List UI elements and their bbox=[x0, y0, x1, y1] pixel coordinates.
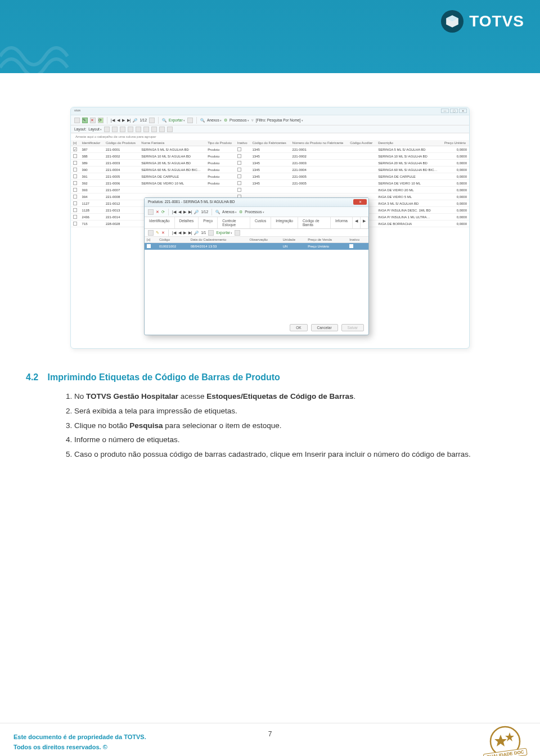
modal-tab[interactable]: Custos bbox=[250, 217, 271, 228]
export-excel-icon[interactable] bbox=[187, 118, 193, 123]
modal-sub-new-icon[interactable] bbox=[148, 230, 154, 236]
modal-tab[interactable]: Controle Estoque bbox=[218, 217, 250, 228]
col-icon-9[interactable] bbox=[167, 127, 173, 132]
grid-col[interactable]: Descrição bbox=[376, 140, 442, 146]
modal-sub-next-icon[interactable]: ▶ bbox=[183, 231, 186, 235]
modal-nav-next-icon[interactable]: ▶ bbox=[183, 210, 186, 214]
modal-grid-col[interactable]: Preço de Venda bbox=[305, 237, 347, 243]
row-checkbox[interactable] bbox=[73, 215, 77, 219]
filter-label[interactable]: [Filtro: Pesquisa Por Nome] bbox=[256, 118, 303, 122]
modal-tab[interactable]: Código de Barras bbox=[298, 217, 331, 228]
modal-sub-edit-icon[interactable]: ✎ bbox=[156, 231, 159, 235]
modal-refresh-icon[interactable]: ⟳ bbox=[161, 210, 165, 214]
row-checkbox[interactable] bbox=[73, 168, 77, 172]
row-checkbox[interactable] bbox=[73, 147, 77, 151]
modal-sub-excel-icon[interactable] bbox=[235, 230, 240, 236]
modal-tab[interactable]: Preço bbox=[199, 217, 218, 228]
grid-col[interactable]: Código do Produtos bbox=[104, 140, 139, 146]
modal-tab[interactable]: Integração bbox=[271, 217, 298, 228]
refresh-icon[interactable]: ⟳ bbox=[98, 118, 104, 123]
modal-sub-grid-icon[interactable] bbox=[208, 230, 214, 236]
grid-icon[interactable] bbox=[149, 118, 155, 123]
filter-icon[interactable]: ▿ bbox=[251, 118, 254, 123]
modal-sub-export-dd[interactable]: Exportar bbox=[216, 231, 232, 235]
anexos-dropdown[interactable]: Anexos bbox=[207, 118, 222, 122]
col-icon-1[interactable] bbox=[104, 127, 110, 132]
grid-col[interactable]: Inativo bbox=[235, 140, 250, 146]
win-max-button[interactable]: ▢ bbox=[450, 109, 458, 113]
grid-col[interactable]: Preço Unitário bbox=[442, 140, 469, 146]
processos-dropdown[interactable]: Processos bbox=[230, 118, 249, 122]
inactive-checkbox[interactable] bbox=[237, 188, 241, 192]
layout-dropdown[interactable]: Layout bbox=[88, 127, 102, 131]
col-icon-5[interactable] bbox=[136, 127, 141, 132]
modal-gear-icon[interactable]: ⚙ bbox=[239, 210, 242, 214]
modal-close-button[interactable]: ✕ bbox=[353, 199, 367, 205]
inactive-checkbox[interactable] bbox=[237, 154, 241, 158]
row-checkbox[interactable] bbox=[73, 161, 77, 165]
table-row[interactable]: 389221-0003SERINGA 20 ML S/ AGULHA BDPro… bbox=[71, 160, 469, 166]
modal-grid-col[interactable]: Código bbox=[157, 237, 188, 243]
modal-processos-dd[interactable]: Processos bbox=[245, 210, 264, 214]
col-icon-8[interactable] bbox=[159, 127, 165, 132]
row-checkbox[interactable] bbox=[73, 174, 77, 178]
inactive-checkbox[interactable] bbox=[237, 161, 241, 165]
inactive-checkbox[interactable] bbox=[237, 181, 241, 185]
col-icon-6[interactable] bbox=[143, 127, 149, 132]
modal-sub-first-icon[interactable]: |◀ bbox=[172, 231, 176, 235]
modal-nav-last-icon[interactable]: ▶| bbox=[188, 210, 192, 214]
modal-grid-row[interactable]: 01002100208/04/2014 13:53UNPreço Unitári… bbox=[145, 243, 368, 250]
delete-icon[interactable]: ✕ bbox=[90, 118, 96, 123]
grid-col[interactable]: Nome Fantasia bbox=[139, 140, 205, 146]
process-icon[interactable]: ⚙ bbox=[224, 118, 227, 123]
nav-find-icon[interactable]: 🔎 bbox=[133, 118, 137, 123]
modal-grid-col[interactable]: Observação bbox=[248, 237, 281, 243]
grid-col[interactable]: Identificador bbox=[80, 140, 104, 146]
table-row[interactable]: 387221-0001SERINGA 5 ML S/ AGULHA BDProd… bbox=[71, 146, 469, 153]
save-button[interactable]: Salvar bbox=[341, 324, 364, 331]
modal-search-icon[interactable]: 🔍 bbox=[215, 210, 220, 214]
col-icon-4[interactable] bbox=[128, 127, 133, 132]
nav-prev-icon[interactable]: ◀ bbox=[117, 118, 120, 123]
modal-grid-col[interactable]: [x] bbox=[145, 237, 157, 243]
inactive-checkbox[interactable] bbox=[237, 147, 241, 151]
mrow-checkbox[interactable] bbox=[147, 244, 151, 248]
export-dropdown[interactable]: Exportar bbox=[169, 118, 185, 122]
grid-col[interactable]: [x] bbox=[71, 140, 80, 146]
col-icon-7[interactable] bbox=[151, 127, 157, 132]
win-close-button[interactable]: ✕ bbox=[459, 109, 467, 113]
row-checkbox[interactable] bbox=[73, 222, 77, 226]
inactive-checkbox[interactable] bbox=[237, 174, 241, 178]
modal-nav-first-icon[interactable]: |◀ bbox=[172, 210, 176, 214]
row-checkbox[interactable] bbox=[73, 208, 77, 212]
edit-icon[interactable]: ✎ bbox=[82, 118, 88, 123]
grid-col[interactable]: Número do Produto no Fabricante bbox=[290, 140, 348, 146]
cancel-button[interactable]: Cancelar bbox=[311, 324, 338, 331]
modal-tab[interactable]: Informa bbox=[331, 217, 353, 228]
nav-first-icon[interactable]: |◀ bbox=[111, 118, 115, 123]
row-checkbox[interactable] bbox=[73, 181, 77, 185]
modal-anexos-dd[interactable]: Anexos bbox=[222, 210, 237, 214]
modal-grid-col[interactable]: Data do Cadastramento bbox=[188, 237, 248, 243]
grid-col[interactable]: Código Auxiliar bbox=[348, 140, 376, 146]
tab-scroll-icon[interactable]: ▶ bbox=[361, 217, 368, 228]
nav-next-icon[interactable]: ▶ bbox=[122, 118, 125, 123]
mrow-inactive-checkbox[interactable] bbox=[349, 244, 353, 248]
nav-last-icon[interactable]: ▶| bbox=[127, 118, 131, 123]
grid-col[interactable]: Código do Fabricantes bbox=[250, 140, 290, 146]
modal-find-icon[interactable]: 🔎 bbox=[194, 210, 199, 214]
modal-sub-last-icon[interactable]: ▶| bbox=[188, 231, 192, 235]
col-icon-2[interactable] bbox=[112, 127, 118, 132]
table-row[interactable]: 390221-0004SERINGA 60 ML S/ AGULHA BD BI… bbox=[71, 166, 469, 173]
table-row[interactable]: 388221-0002SERINGA 10 ML S/ AGULHA BDPro… bbox=[71, 153, 469, 160]
col-icon-3[interactable] bbox=[120, 127, 125, 132]
search2-icon[interactable]: 🔍 bbox=[200, 118, 205, 123]
modal-tab[interactable]: Detalhes bbox=[175, 217, 199, 228]
win-min-button[interactable]: — bbox=[441, 109, 449, 113]
modal-sub-delete-icon[interactable]: ✕ bbox=[161, 231, 165, 235]
modal-sub-find-icon[interactable]: 🔎 bbox=[194, 231, 199, 235]
search-icon[interactable]: 🔍 bbox=[162, 118, 166, 123]
new-icon[interactable] bbox=[74, 118, 80, 123]
ok-button[interactable]: OK bbox=[290, 324, 307, 331]
row-checkbox[interactable] bbox=[73, 201, 77, 205]
